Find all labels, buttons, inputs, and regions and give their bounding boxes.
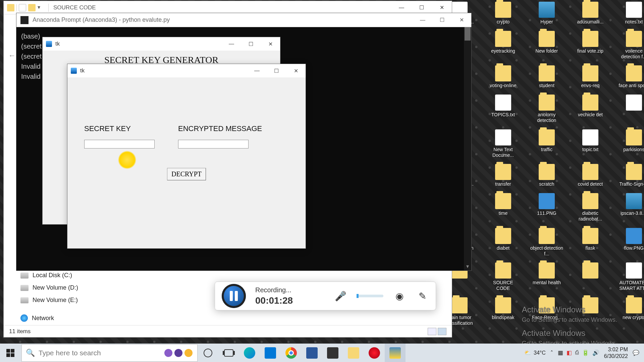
battery-icon[interactable]: 🔋 [582, 349, 589, 356]
desktop-icon[interactable]: student [530, 65, 564, 88]
desktop-icon[interactable]: mental health [530, 262, 564, 291]
minimize-button[interactable]: ― [391, 1, 412, 14]
desktop-icon[interactable]: diabetic radinobat... [574, 193, 607, 222]
scroll-down-button[interactable]: ▾ [464, 263, 471, 270]
desktop-icon[interactable]: SOURCE CODE [486, 262, 520, 291]
widget-icon[interactable] [174, 349, 182, 357]
desktop-icon[interactable]: 111.PNG [530, 193, 564, 222]
tk-titlebar[interactable]: tk ― ☐ ✕ [67, 64, 306, 77]
prompt-titlebar[interactable]: Anaconda Prompt (Anaconda3) - python eva… [16, 13, 471, 27]
opera-app[interactable] [364, 344, 385, 362]
desktop-icon[interactable]: final vote.zip [574, 31, 607, 60]
icons-view-button[interactable] [438, 328, 446, 335]
desktop-icon[interactable]: vechicle det [574, 95, 607, 123]
screen-recorder-toolbar[interactable]: Recording... 00:01:28 🎤 ◉ ✎ [215, 282, 436, 310]
maximize-button[interactable]: ☐ [432, 13, 452, 27]
webcam-button[interactable]: ◉ [393, 289, 406, 303]
taskbar-search[interactable]: 🔍 [21, 344, 198, 362]
desktop-icon[interactable]: new crypto [617, 297, 644, 326]
annotate-button[interactable]: ✎ [416, 289, 429, 303]
desktop-icon[interactable]: face anti spoof [617, 65, 644, 88]
close-button[interactable]: ✕ [286, 64, 306, 77]
details-view-button[interactable] [428, 328, 436, 335]
widget-icon[interactable] [164, 349, 172, 357]
secret-key-input[interactable] [84, 140, 155, 148]
tray-expand-icon[interactable]: ˄ [550, 350, 553, 356]
desktop-icon[interactable]: New Text Docume... [486, 129, 520, 158]
desktop-icon[interactable]: AUTOMATED SMART ATT... [617, 262, 644, 291]
drive-item[interactable]: New Volume (D:) [20, 282, 104, 294]
desktop-icon[interactable]: scratch [530, 164, 564, 187]
close-button[interactable]: ✕ [452, 13, 471, 27]
desktop-icon[interactable]: flow.PNG [617, 228, 644, 257]
desktop-icon[interactable] [574, 262, 607, 291]
desktop-icon[interactable]: transfer [486, 164, 520, 187]
desktop-icon[interactable] [574, 297, 607, 326]
widget-icon[interactable] [184, 349, 193, 357]
desktop-icon[interactable]: object detection f... [530, 228, 564, 257]
folder-icon[interactable] [28, 4, 36, 11]
taskbar[interactable]: 🔍 ⛅ 34°C ˄ ▦ ◧ ⎙ 🔋 🔊 3 [0, 344, 644, 362]
desktop-icon[interactable]: TOPICS.txt [486, 95, 520, 123]
explorer-titlebar[interactable]: ▾ SOURCE CODE ― ☐ ✕ [4, 1, 452, 14]
desktop-icon[interactable]: envs-req [574, 65, 607, 88]
python-app[interactable] [385, 344, 406, 362]
file-explorer-app[interactable] [343, 344, 364, 362]
close-button[interactable]: ✕ [432, 1, 452, 14]
tk-window-foreground[interactable]: tk ― ☐ ✕ SECRET KEY ENCRYPTED MESSAGE DE… [67, 64, 306, 249]
chevron-down-icon[interactable]: ▾ [38, 4, 45, 11]
maximize-button[interactable]: ☐ [412, 1, 432, 14]
desktop-icon[interactable]: blindspeak [486, 297, 520, 326]
minimize-button[interactable]: ― [413, 13, 432, 27]
desktop-icon[interactable]: Hyper [530, 2, 564, 25]
explorer-quick-access[interactable]: ▾ [4, 4, 48, 11]
start-button[interactable] [0, 344, 21, 362]
task-view-button[interactable] [218, 344, 239, 362]
tk-titlebar[interactable]: tk ― ☐ ✕ [43, 37, 280, 51]
desktop-icon[interactable]: eyetracking [486, 31, 520, 60]
encrypted-message-input[interactable] [178, 140, 249, 148]
desktop-icon[interactable]: crypto [486, 2, 520, 25]
minimize-button[interactable]: ― [247, 64, 267, 77]
desktop-icon[interactable]: notes.txt [617, 2, 644, 25]
desktop-icon[interactable]: covid detect [574, 164, 607, 187]
back-button[interactable]: ← [8, 51, 16, 60]
cmd-app[interactable] [322, 344, 343, 362]
vscode-app[interactable] [260, 344, 281, 362]
desktop-icon[interactable]: Face-Recog... [530, 297, 564, 326]
desktop-icon[interactable]: parkisions [617, 129, 644, 158]
network-item[interactable]: Network [20, 312, 104, 324]
decrypt-button[interactable]: DECRYPT [167, 168, 206, 180]
tray-icon[interactable]: ◧ [567, 349, 572, 356]
desktop-icon[interactable]: adusumalli... [574, 2, 607, 25]
terminal-scrollbar[interactable]: ▴ ▾ [464, 27, 471, 270]
desktop-icon[interactable]: time [486, 193, 520, 222]
drive-item[interactable]: Local Disk (C:) [20, 269, 104, 282]
maximize-button[interactable]: ☐ [241, 37, 261, 51]
scroll-thumb[interactable] [465, 27, 471, 41]
pause-recording-button[interactable] [222, 284, 246, 308]
desktop-icon[interactable]: diabet [486, 228, 520, 257]
word-app[interactable] [302, 344, 322, 362]
desktop-icon[interactable]: New folder [530, 31, 564, 60]
search-input[interactable] [39, 349, 164, 357]
desktop-icon[interactable]: Traffic-Sign-... [617, 164, 644, 187]
weather-widget[interactable]: ⛅ 34°C [524, 350, 546, 356]
taskbar-clock[interactable]: 3:02 PM 6/30/2022 [604, 346, 628, 359]
folder-icon[interactable] [7, 4, 14, 11]
drive-item[interactable]: New Volume (E:) [20, 294, 104, 306]
desktop-icon[interactable]: topic.txt [574, 129, 607, 158]
microphone-button[interactable]: 🎤 [334, 289, 347, 303]
maximize-button[interactable]: ☐ [267, 64, 286, 77]
notifications-icon[interactable]: 💬 [633, 350, 639, 356]
tray-icon[interactable]: ▦ [558, 349, 563, 356]
close-button[interactable]: ✕ [261, 37, 280, 51]
volume-icon[interactable]: 🔊 [592, 349, 599, 356]
desktop-icon[interactable]: anolomy detection [530, 95, 564, 123]
desktop-icon[interactable]: traffic [530, 129, 564, 158]
desktop-icon[interactable]: ipscan-3.8.... [617, 193, 644, 222]
desktop-icon[interactable] [617, 95, 644, 123]
tray-icon[interactable]: ⎙ [575, 349, 579, 356]
checked-folder-icon[interactable] [19, 4, 26, 11]
desktop-icon[interactable]: voting-online [486, 65, 520, 88]
